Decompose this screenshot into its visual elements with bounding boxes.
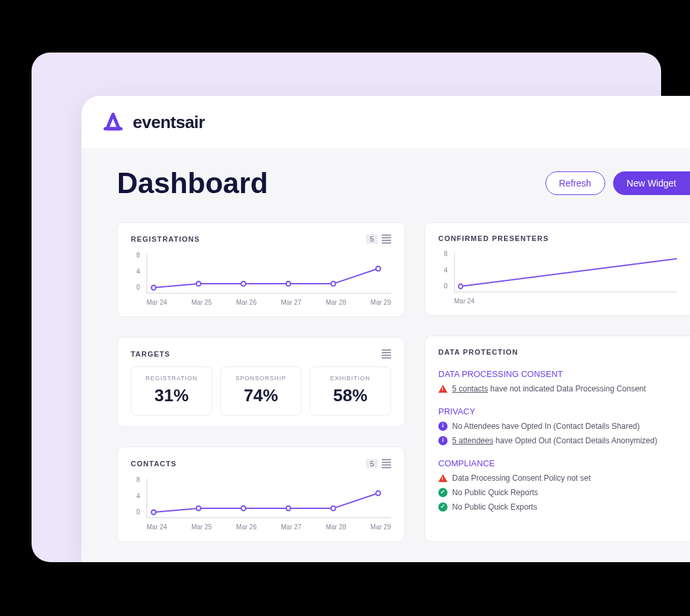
svg-point-4	[331, 282, 336, 286]
brand-name: eventsair	[133, 112, 205, 133]
target-registration: REGISTRATION 31%	[131, 366, 212, 416]
presenters-chart: 8 4 0 Mar 24 .	[438, 250, 677, 305]
info-icon: i	[438, 422, 448, 431]
page-title: Dashboard	[117, 167, 268, 200]
targets-title: TARGETS	[131, 350, 170, 358]
svg-point-7	[196, 506, 201, 511]
dp-consent-section: DATA PROCESSING CONSENT 5 contacts have …	[438, 369, 677, 395]
new-widget-button[interactable]: New Widget	[613, 171, 690, 195]
svg-point-1	[196, 282, 201, 286]
targets-card: TARGETS REGISTRATION 31% SPONSORSHIP 74%	[117, 337, 405, 427]
consent-contacts-link[interactable]: 5 contacts	[452, 384, 488, 393]
menu-icon[interactable]	[382, 459, 391, 468]
menu-icon[interactable]	[382, 349, 391, 359]
warning-icon	[438, 385, 448, 393]
dp-privacy-line-1: i No Attendees have Opted In (Contact De…	[438, 420, 677, 432]
dp-compliance-line-3: ✓ No Public Quick Exports	[438, 501, 677, 513]
svg-point-5	[376, 267, 380, 271]
app-window: eventsair Dashboard Refresh New Widget R…	[81, 96, 690, 562]
dp-compliance-section: COMPLIANCE Data Processing Consent Polic…	[438, 458, 677, 513]
svg-point-8	[241, 506, 246, 511]
svg-point-0	[151, 286, 156, 290]
svg-point-11	[376, 491, 380, 496]
contacts-chart: 8 4 0	[131, 476, 391, 531]
menu-icon[interactable]	[382, 234, 391, 244]
dp-consent-line: 5 contacts have not indicated Data Proce…	[438, 383, 677, 395]
data-protection-title: DATA PROTECTION	[438, 348, 677, 356]
svg-point-9	[286, 506, 290, 511]
brand-logo[interactable]: eventsair	[100, 109, 205, 135]
dp-privacy-section: PRIVACY i No Attendees have Opted In (Co…	[438, 407, 677, 447]
presenters-title: CONFIRMED PRESENTERS	[438, 234, 549, 242]
contacts-card: CONTACTS 5 8 4 0	[117, 447, 405, 542]
dp-compliance-line-1: Data Processing Consent Policy not set	[438, 472, 677, 484]
svg-point-12	[459, 284, 463, 289]
presenters-card: CONFIRMED PRESENTERS 8 4 0	[425, 222, 690, 316]
check-icon: ✓	[438, 488, 448, 497]
svg-point-10	[331, 506, 336, 511]
topbar: eventsair	[81, 96, 690, 148]
registrations-title: REGISTRATIONS	[131, 235, 200, 243]
data-protection-card: DATA PROTECTION DATA PROCESSING CONSENT …	[425, 336, 690, 542]
registrations-card: REGISTRATIONS 5 8 4 0	[117, 222, 405, 317]
privacy-attendees-link[interactable]: 5 attendees	[452, 436, 494, 445]
check-icon: ✓	[438, 502, 448, 512]
logo-icon	[100, 109, 126, 135]
dp-compliance-line-2: ✓ No Public Quick Reports	[438, 487, 677, 498]
target-exhibition: EXHIBITION 58%	[310, 366, 391, 416]
svg-point-6	[151, 510, 156, 515]
svg-point-2	[241, 282, 246, 286]
contacts-count-chip: 5	[366, 459, 378, 468]
info-icon: i	[438, 436, 448, 445]
registrations-chart: 8 4 0	[131, 252, 391, 306]
contacts-title: CONTACTS	[131, 460, 177, 468]
refresh-button[interactable]: Refresh	[545, 171, 605, 195]
warning-icon	[438, 474, 448, 482]
svg-point-3	[286, 282, 290, 286]
registrations-count-chip: 5	[366, 234, 378, 244]
dp-privacy-line-2: i 5 attendees have Opted Out (Contact De…	[438, 435, 677, 447]
target-sponsorship: SPONSORSHIP 74%	[220, 366, 302, 416]
